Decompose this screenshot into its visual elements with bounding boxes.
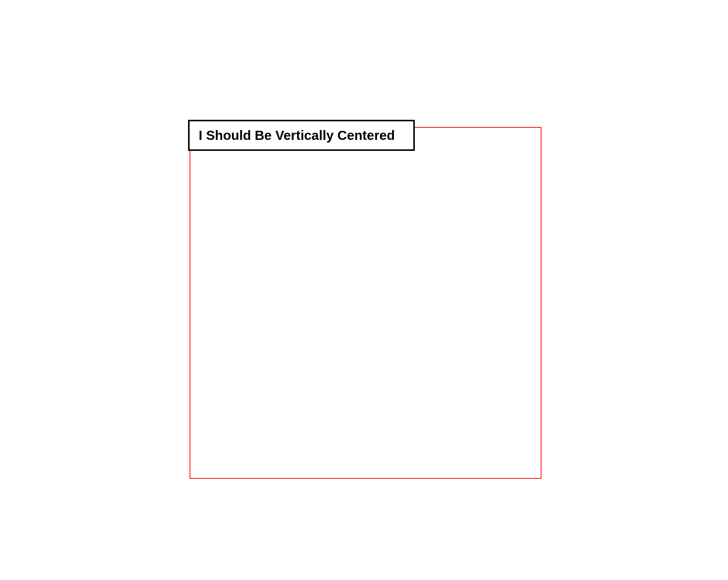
outer-container — [190, 127, 541, 479]
label-text: I Should Be Vertically Centered — [199, 128, 395, 143]
inner-label-box: I Should Be Vertically Centered — [188, 120, 415, 151]
